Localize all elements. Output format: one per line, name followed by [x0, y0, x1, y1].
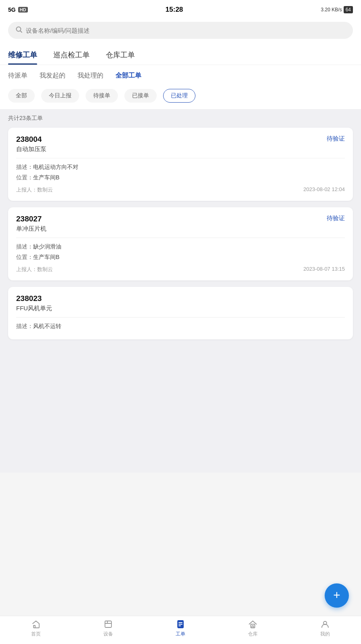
- bottom-navigation: 首页 设备 工单: [0, 616, 361, 644]
- device-name: 自动加压泵: [16, 145, 345, 153]
- signal-text: 5G: [8, 6, 16, 13]
- order-status: 待验证: [327, 215, 345, 222]
- subtab-mine-created[interactable]: 我发起的: [40, 70, 65, 82]
- home-icon: [31, 619, 41, 629]
- subtab-pending[interactable]: 待派单: [8, 70, 27, 82]
- subtab-mine-handled[interactable]: 我处理的: [78, 70, 103, 82]
- plus-icon: +: [333, 589, 340, 601]
- battery-area: 3.20 KB/s 64: [321, 6, 353, 13]
- card-footer: 上报人：数制云 2023-08-02 12:04: [16, 186, 345, 194]
- card-divider: [16, 238, 345, 238]
- work-order-card[interactable]: 238023 FFU风机单元 描述：风机不运转: [8, 287, 353, 339]
- submit-time: 2023-08-02 12:04: [303, 186, 345, 194]
- card-divider: [16, 317, 345, 318]
- filter-all[interactable]: 全部: [8, 89, 35, 103]
- hd-badge: HD: [18, 7, 28, 13]
- filter-today[interactable]: 今日上报: [41, 89, 79, 103]
- card-header: 238027 待验证: [16, 215, 345, 223]
- submit-time: 2023-08-07 13:15: [303, 266, 345, 273]
- search-icon: [15, 26, 23, 35]
- filter-processed[interactable]: 已处理: [163, 89, 195, 103]
- nav-warehouse[interactable]: 仓库: [216, 616, 289, 641]
- sub-tab-bar: 待派单 我发起的 我处理的 全部工单: [0, 65, 361, 86]
- reporter-name: 数制云: [37, 187, 53, 193]
- status-bar: 5G HD 15:28 3.20 KB/s 64: [0, 0, 361, 18]
- signal-area: 5G HD: [8, 6, 28, 13]
- order-id: 238023: [16, 294, 42, 303]
- profile-icon: [320, 619, 330, 629]
- tab-maintenance[interactable]: 维修工单: [8, 44, 37, 65]
- nav-workorder-label: 工单: [176, 631, 185, 638]
- search-bar[interactable]: [8, 22, 353, 39]
- reporter-label: 上报人：: [16, 187, 37, 193]
- main-tab-bar: 维修工单 巡点检工单 仓库工单: [0, 44, 361, 65]
- tab-inspection[interactable]: 巡点检工单: [53, 44, 90, 65]
- description-value: 缺少润滑油: [33, 243, 61, 250]
- location-label: 位置：: [16, 254, 33, 260]
- svg-rect-10: [252, 626, 254, 628]
- device-icon: [103, 619, 113, 629]
- location-row: 位置：生产车间B: [16, 173, 345, 182]
- order-id: 238004: [16, 135, 42, 144]
- workorder-icon: [176, 619, 185, 629]
- nav-device[interactable]: 设备: [72, 616, 145, 641]
- description-value: 电机运动方向不对: [33, 164, 78, 170]
- card-header: 238023: [16, 294, 345, 303]
- work-order-card[interactable]: 238027 待验证 单冲压片机 描述：缺少润滑油 位置：生产车间B 上报人：数…: [8, 207, 353, 280]
- order-id: 238027: [16, 215, 42, 223]
- filter-accepted[interactable]: 已接单: [124, 89, 157, 103]
- tab-warehouse[interactable]: 仓库工单: [106, 44, 135, 65]
- description-row: 描述：缺少润滑油: [16, 242, 345, 251]
- add-button[interactable]: +: [325, 583, 349, 608]
- nav-home[interactable]: 首页: [0, 616, 72, 641]
- location-value: 生产车间B: [33, 254, 59, 260]
- description-label: 描述：: [16, 243, 33, 250]
- filter-tab-bar: 全部 今日上报 待接单 已接单 已处理: [0, 86, 361, 109]
- description-value: 风机不运转: [33, 323, 61, 329]
- nav-workorder[interactable]: 工单: [145, 616, 217, 641]
- card-divider: [16, 158, 345, 158]
- location-label: 位置：: [16, 174, 33, 181]
- device-name: FFU风机单元: [16, 305, 345, 312]
- nav-device-label: 设备: [103, 631, 113, 638]
- card-header: 238004 待验证: [16, 135, 345, 144]
- reporter-label: 上报人：: [16, 266, 37, 272]
- description-label: 描述：: [16, 323, 33, 329]
- svg-rect-2: [105, 621, 111, 627]
- network-speed: 3.20 KB/s: [321, 7, 342, 13]
- svg-line-1: [21, 31, 22, 33]
- work-order-list: 共计23条工单 238004 待验证 自动加压泵 描述：电机运动方向不对 位置：…: [0, 109, 361, 473]
- nav-home-label: 首页: [31, 631, 41, 638]
- list-count-label: 共计23条工单: [8, 115, 353, 122]
- reporter-info: 上报人：数制云: [16, 266, 53, 273]
- search-bar-container: [0, 18, 361, 44]
- reporter-info: 上报人：数制云: [16, 186, 53, 194]
- reporter-name: 数制云: [37, 266, 53, 272]
- search-input[interactable]: [26, 27, 346, 34]
- device-name: 单冲压片机: [16, 225, 345, 233]
- nav-profile-label: 我的: [320, 631, 330, 638]
- time-display: 15:28: [166, 6, 183, 14]
- description-row: 描述：电机运动方向不对: [16, 162, 345, 171]
- nav-profile[interactable]: 我的: [289, 616, 361, 641]
- description-row: 描述：风机不运转: [16, 322, 345, 330]
- warehouse-icon: [248, 619, 258, 629]
- battery-indicator: 64: [344, 6, 353, 13]
- filter-pending-accept[interactable]: 待接单: [86, 89, 118, 103]
- location-value: 生产车间B: [33, 174, 59, 181]
- work-order-card[interactable]: 238004 待验证 自动加压泵 描述：电机运动方向不对 位置：生产车间B 上报…: [8, 128, 353, 201]
- subtab-all[interactable]: 全部工单: [115, 70, 141, 82]
- order-status: 待验证: [327, 135, 345, 143]
- card-footer: 上报人：数制云 2023-08-07 13:15: [16, 266, 345, 273]
- nav-warehouse-label: 仓库: [248, 631, 258, 638]
- location-row: 位置：生产车间B: [16, 253, 345, 261]
- description-label: 描述：: [16, 164, 33, 170]
